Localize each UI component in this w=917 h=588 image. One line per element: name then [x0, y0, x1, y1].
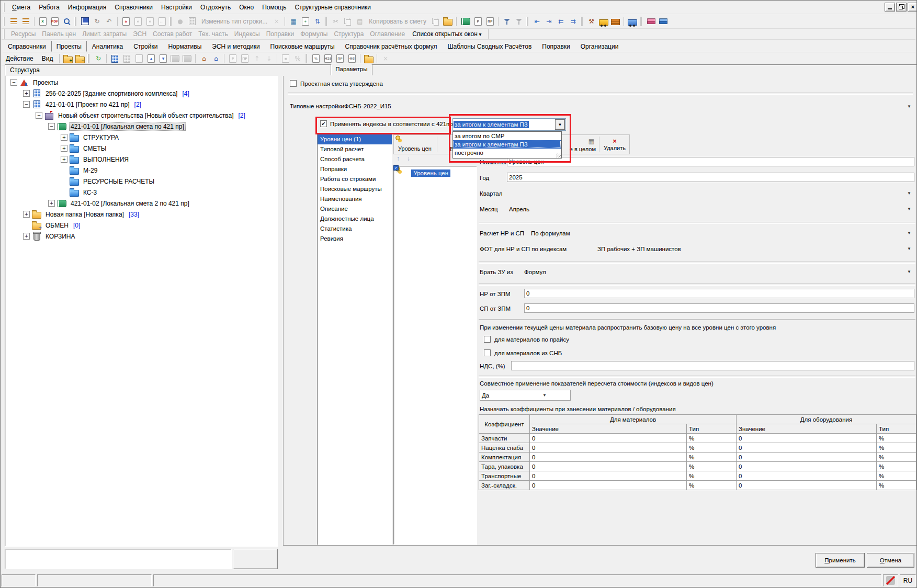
- equipment-value-cell[interactable]: 0: [737, 453, 877, 462]
- name-input[interactable]: [507, 157, 914, 166]
- fot-combo[interactable]: ЗП рабочих + ЗП машинистов: [597, 246, 681, 252]
- sort-rows-icon[interactable]: ⇅: [311, 16, 323, 27]
- tree-item[interactable]: −Новый объект строительства [Новый объек…: [5, 110, 277, 121]
- copy-folder-icon[interactable]: [441, 16, 454, 27]
- tree-item[interactable]: −421-01-01 [Локальная смета по 421 пр]: [5, 121, 277, 132]
- persons-icon[interactable]: и: [279, 53, 291, 64]
- equipment-value-cell[interactable]: 0: [737, 481, 877, 490]
- panel-button-9[interactable]: Формулы: [300, 30, 327, 38]
- nav-item-3[interactable]: Способ расчета: [318, 154, 392, 164]
- doc-p-small-icon[interactable]: P: [227, 53, 239, 64]
- copy-icon[interactable]: [342, 16, 354, 27]
- menu-action[interactable]: Действие: [2, 54, 38, 63]
- indices-combobox-arrow[interactable]: ▼: [555, 119, 565, 130]
- move-level-up-icon[interactable]: ↑: [397, 155, 400, 162]
- tree-expander-icon[interactable]: −: [36, 112, 42, 119]
- template-settings-dropdown-arrow[interactable]: ▼: [907, 104, 912, 109]
- tree-item[interactable]: +421-01-02 [Локальная смета 2 по 421 пр]: [5, 198, 277, 209]
- material-type-cell[interactable]: %: [687, 481, 737, 490]
- nr-sp-combo[interactable]: По формулам: [531, 230, 570, 236]
- panel-button-6[interactable]: Тех. часть: [198, 30, 228, 38]
- transport-icon[interactable]: [626, 16, 638, 27]
- month-combo-arrow[interactable]: ▼: [907, 207, 912, 211]
- price-level-item[interactable]: ┄ Уровень цен: [396, 169, 477, 177]
- doc-pr-small-icon[interactable]: ПР: [239, 53, 251, 64]
- nav-item-9[interactable]: Должностные лица: [318, 214, 392, 224]
- import-icon[interactable]: ▲: [145, 53, 157, 64]
- refresh-tree-icon[interactable]: ↻: [92, 53, 104, 64]
- unpack-icon[interactable]: [181, 53, 193, 64]
- fot-combo-arrow[interactable]: ▼: [907, 246, 912, 251]
- menu-3[interactable]: Информация: [64, 3, 110, 12]
- equipment-value-cell[interactable]: 0: [737, 443, 877, 453]
- percent-doc-icon[interactable]: %: [310, 53, 322, 64]
- tree-expander-icon[interactable]: +: [23, 211, 30, 218]
- workspace-tab-6[interactable]: ЭСН и методики: [207, 41, 265, 52]
- menu-8[interactable]: Помощь: [258, 3, 290, 12]
- folder-collapse-icon[interactable]: −: [74, 53, 86, 64]
- minimize-button[interactable]: [885, 3, 895, 12]
- material-type-cell[interactable]: %: [687, 443, 737, 453]
- language-indicator[interactable]: RU: [900, 574, 916, 586]
- tree-structure-icon[interactable]: [8, 16, 20, 27]
- apply-indices-checkbox[interactable]: ✔: [320, 120, 327, 127]
- delete-button[interactable]: × Удалить: [600, 135, 629, 154]
- undo-icon[interactable]: ↶: [103, 16, 115, 27]
- tree-expander-icon[interactable]: +: [23, 233, 30, 240]
- tab-structure[interactable]: Структура: [5, 64, 917, 76]
- material-type-cell[interactable]: %: [687, 471, 737, 481]
- filter-clear-icon[interactable]: [513, 16, 525, 27]
- equipment-value-cell[interactable]: 0: [737, 434, 877, 443]
- workspace-tab-3[interactable]: Аналитика: [87, 41, 128, 52]
- year-input[interactable]: [507, 173, 914, 182]
- nav-item-7[interactable]: Наименования: [318, 194, 392, 204]
- restore-button[interactable]: [896, 3, 907, 12]
- resize-grip[interactable]: [556, 153, 561, 157]
- excel-export-icon[interactable]: X: [37, 16, 49, 27]
- copy-fragment-icon[interactable]: [429, 16, 441, 27]
- fz-doc-icon[interactable]: ФЗ: [346, 53, 358, 64]
- template-settings-value[interactable]: ФСНБ-2022_И15: [344, 103, 391, 109]
- outdent-start-icon[interactable]: ⇤: [531, 16, 543, 27]
- tree-expander-icon[interactable]: −: [10, 79, 17, 86]
- tree-item[interactable]: КС-3: [5, 187, 277, 198]
- panel-button-5[interactable]: Состав работ: [153, 30, 192, 38]
- load-out-icon[interactable]: ⌂: [210, 53, 222, 64]
- nav-item-6[interactable]: Поисковые маршруты: [318, 184, 392, 194]
- export-icon[interactable]: ▼: [157, 53, 169, 64]
- toolbar-gripper[interactable]: [87, 54, 89, 63]
- snb-checkbox[interactable]: [484, 349, 491, 356]
- tree-item[interactable]: РЕСУРСНЫЕ РАСЧЕТЫ: [5, 176, 277, 187]
- tree-branch-icon[interactable]: [20, 16, 32, 27]
- indent-end-icon[interactable]: ⇥: [543, 16, 555, 27]
- workspace-tab-7[interactable]: Поисковые маршруты: [265, 41, 340, 52]
- menu-5[interactable]: Настройки: [157, 3, 196, 12]
- pr-doc-icon[interactable]: ПР: [334, 53, 346, 64]
- workspace-tab-9[interactable]: Шаблоны Сводных Расчётов: [442, 41, 537, 52]
- material-type-cell[interactable]: %: [687, 462, 737, 471]
- search-icon[interactable]: [61, 16, 73, 27]
- menu-6[interactable]: Отдохнуть: [196, 3, 235, 12]
- tree-expander-icon[interactable]: +: [23, 90, 30, 97]
- panel-button-3[interactable]: Лимит. затраты: [82, 30, 127, 38]
- tree-expander-icon[interactable]: +: [61, 134, 67, 141]
- menu-view[interactable]: Вид: [38, 54, 58, 63]
- panel-button-8[interactable]: Поправки: [266, 30, 294, 38]
- panel-button-1[interactable]: Ресурсы: [11, 30, 36, 38]
- joint-combo[interactable]: Да ▼: [480, 390, 571, 401]
- row-settings-icon[interactable]: ¤: [132, 16, 144, 27]
- panel-button-7[interactable]: Индексы: [234, 30, 260, 38]
- load-in-icon[interactable]: ⌂: [198, 53, 210, 64]
- cancel-button[interactable]: Отмена: [867, 553, 914, 568]
- joint-combo-arrow[interactable]: ▼: [542, 393, 547, 398]
- tree-expander-icon[interactable]: −: [23, 101, 30, 108]
- tree-item[interactable]: −Проекты: [5, 77, 277, 88]
- material-value-cell[interactable]: 0: [530, 481, 687, 490]
- toolbar-gripper[interactable]: [305, 54, 307, 63]
- properties-doc-icon[interactable]: [133, 53, 145, 64]
- cancel-x-icon[interactable]: ×: [270, 16, 282, 27]
- workspace-tab-11[interactable]: Организации: [575, 41, 624, 52]
- tree-expander-icon[interactable]: +: [61, 145, 67, 152]
- equipment-type-cell[interactable]: %: [877, 443, 916, 453]
- nav-item-11[interactable]: Ревизия: [318, 234, 392, 244]
